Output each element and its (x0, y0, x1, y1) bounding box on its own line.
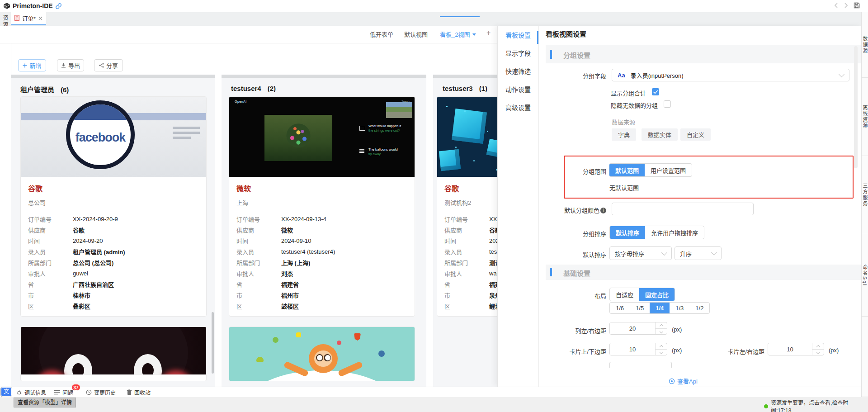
fraction-1-4[interactable]: 1/4 (650, 302, 670, 314)
nav-forward-icon[interactable] (843, 2, 849, 10)
card-margin-v-input[interactable] (610, 343, 655, 355)
frame-icon (359, 126, 365, 131)
order-card[interactable]: OpenAI Search What would happen if the s… (229, 96, 415, 317)
settings-nav-actions[interactable]: 动作设置 (498, 80, 538, 98)
export-button[interactable]: 导出 (57, 59, 84, 71)
field-value: 叠彩区 (73, 302, 90, 310)
translate-icon[interactable]: 文 (1, 388, 11, 396)
stepper-up[interactable] (656, 322, 667, 328)
stepper-up[interactable] (812, 343, 824, 349)
card-fields: 订单编号 XX-2024-09-20-9 供应商 谷歌 时间 2024-09-2… (28, 213, 203, 311)
data-source-custom[interactable]: 自定义 (680, 128, 711, 141)
right-rail-third-party-services[interactable]: 三方服务 (862, 156, 868, 234)
field-label: 订单编号 (28, 215, 73, 223)
resource-changed-message[interactable]: 资源发生变更，点击查看,检查时间:17:13 (764, 398, 868, 412)
view-tab-default[interactable]: 默认视图 (404, 30, 428, 38)
scope-default-option[interactable]: 默认范围 (609, 163, 645, 177)
add-button[interactable]: 新增 (18, 59, 46, 71)
card-margin-h-label: 卡片左/右边距 (704, 347, 764, 355)
show-group-total-checkbox[interactable] (652, 88, 659, 95)
layout-fixed-option[interactable]: 固定占比 (639, 288, 675, 301)
highlight-red-box (564, 156, 854, 199)
section-basic-settings: 基础设置 (546, 265, 868, 280)
tab-close-icon[interactable] (38, 15, 42, 22)
layout-adaptive-option[interactable]: 自适应 (610, 288, 639, 301)
recycle-bin-button[interactable]: 回收站 (127, 387, 151, 397)
sort-field-select[interactable]: 按字母排序 (609, 246, 672, 260)
sort-default-option[interactable]: 默认排序 (610, 226, 645, 239)
column-header: testuser4 (2) (222, 78, 426, 92)
col-margin-input[interactable] (610, 322, 655, 334)
card-title: 谷歌 (28, 183, 42, 194)
column-name: testuser4 (231, 85, 261, 92)
scope-user-option[interactable]: 用户设置范围 (645, 164, 692, 176)
stepper-down[interactable] (656, 349, 667, 355)
right-rail-named-sql[interactable]: 命名Sql (862, 234, 868, 317)
nav-back-icon[interactable] (833, 2, 840, 10)
stepper-down[interactable] (656, 328, 667, 335)
column-count: (1) (479, 85, 487, 92)
info-icon[interactable] (600, 208, 606, 213)
sort-order-select[interactable]: 升序 (675, 246, 722, 260)
card-margin-h-input[interactable] (768, 343, 812, 355)
save-icon[interactable] (854, 2, 860, 10)
fraction-1-3[interactable]: 1/3 (670, 303, 689, 313)
tech-icon (337, 341, 341, 345)
card-field-row: 订单编号 XX-2024-09-13-4 (236, 213, 412, 224)
card-image-openai-video: OpenAI Search What would happen if the s… (229, 97, 415, 177)
change-history-button[interactable]: 变更历史 (86, 387, 116, 397)
settings-nav-quick-filter[interactable]: 快速筛选 (498, 62, 538, 80)
column-scrollbar[interactable] (212, 312, 214, 374)
default-group-color-input[interactable] (612, 203, 754, 215)
stepper-down[interactable] (812, 349, 824, 355)
group-scope-label: 分组范围 (546, 167, 606, 175)
panel-scrollbar[interactable] (854, 46, 858, 168)
field-value: XX-2024-09-20-9 (73, 216, 118, 223)
fraction-segmented: 1/6 1/5 1/4 1/3 1/2 (609, 302, 710, 314)
chevron-down-icon[interactable] (472, 33, 476, 38)
caption-line: The balloons would (368, 147, 415, 152)
field-label: 区 (28, 302, 73, 310)
column-header: 租户管理员 (6) (11, 78, 215, 94)
data-source-dictionary[interactable]: 字典 (612, 128, 636, 141)
field-value: 2024-09-10 (281, 237, 311, 244)
settings-nav-display-fields[interactable]: 显示字段 (498, 44, 538, 62)
order-card-partial[interactable] (229, 327, 415, 381)
card-field-row: 订单编号 XX-2024-09-20-9 (28, 213, 203, 224)
field-label: 审批人 (28, 269, 73, 278)
card-field-row: 市 福州市 (236, 289, 412, 300)
add-view-button[interactable]: + (486, 29, 491, 37)
field-label: 市 (444, 291, 489, 299)
field-value: 微软 (281, 226, 293, 234)
view-tab-kanban2[interactable]: 看板_2视图 (440, 30, 476, 38)
card-image-github-octocat (21, 327, 206, 375)
kanban-column-testuser4: testuser4 (2) OpenAI Search What would h… (222, 75, 426, 387)
debug-info-button[interactable]: 调试信息 (16, 387, 46, 397)
view-api-link[interactable]: 查看Api (669, 377, 698, 385)
order-card-partial[interactable] (20, 327, 207, 381)
sort-drag-option[interactable]: 允许用户拖拽排序 (645, 226, 704, 239)
field-label: 供应商 (444, 226, 489, 234)
group-field-select[interactable]: Aa 录入员(inputPerson) (612, 69, 849, 81)
right-rail-offline-resources[interactable]: 离线资源 (862, 78, 868, 156)
card-field-row: 供应商 微软 (236, 224, 412, 235)
problems-button[interactable]: 问题 (54, 387, 73, 397)
card-margin-h-stepper (768, 343, 824, 355)
link-icon[interactable] (55, 3, 62, 11)
fraction-1-6[interactable]: 1/6 (610, 303, 630, 313)
stepper-up[interactable] (656, 343, 667, 349)
hide-empty-groups-checkbox[interactable] (664, 100, 671, 108)
view-tab-lowcode-form[interactable]: 低开表单 (370, 30, 393, 38)
share-button[interactable]: 分享 (94, 59, 123, 71)
order-card[interactable]: facebook 谷歌 总公司 订单编号 XX-2024-09-20-9 供应商… (20, 96, 207, 317)
tab-order[interactable]: 订单* (11, 12, 46, 25)
settings-nav-kanban[interactable]: 看板设置 (498, 26, 538, 44)
right-rail-datasource[interactable]: 数据源 (862, 12, 868, 78)
data-source-entity[interactable]: 数据实体 (642, 128, 678, 141)
hide-empty-groups-label: 隐藏无数据的分组 (611, 101, 658, 109)
settings-nav-advanced[interactable]: 高级设置 (498, 98, 538, 116)
fraction-1-2[interactable]: 1/2 (689, 303, 709, 313)
fraction-1-5[interactable]: 1/5 (630, 303, 650, 313)
bottom-bar: 文 调试信息 问题 37 变更历史 回收站 (0, 387, 861, 397)
field-label: 供应商 (28, 226, 73, 234)
